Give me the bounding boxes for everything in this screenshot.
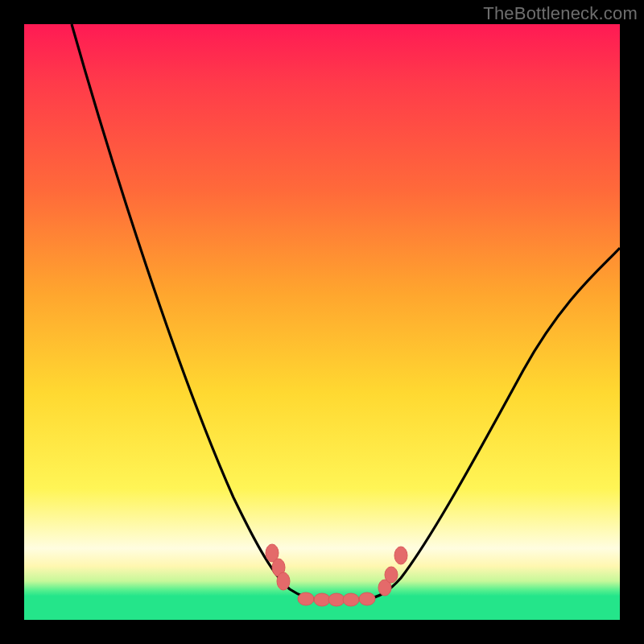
- chart-frame: TheBottleneck.com: [0, 0, 644, 644]
- markers-group: [266, 544, 407, 606]
- marker-dot: [394, 547, 407, 564]
- marker-dot: [343, 593, 359, 606]
- marker-dot: [359, 592, 375, 605]
- marker-dot: [328, 593, 345, 606]
- watermark-text: TheBottleneck.com: [483, 3, 638, 24]
- marker-dot: [314, 593, 330, 606]
- marker-dot: [385, 567, 398, 583]
- marker-dot: [277, 572, 290, 590]
- marker-dot: [298, 592, 314, 605]
- right-curve-path: [367, 248, 620, 599]
- left-curve-path: [72, 24, 318, 599]
- curve-group: [72, 24, 620, 599]
- chart-svg: [24, 24, 620, 620]
- plot-area: [24, 24, 620, 620]
